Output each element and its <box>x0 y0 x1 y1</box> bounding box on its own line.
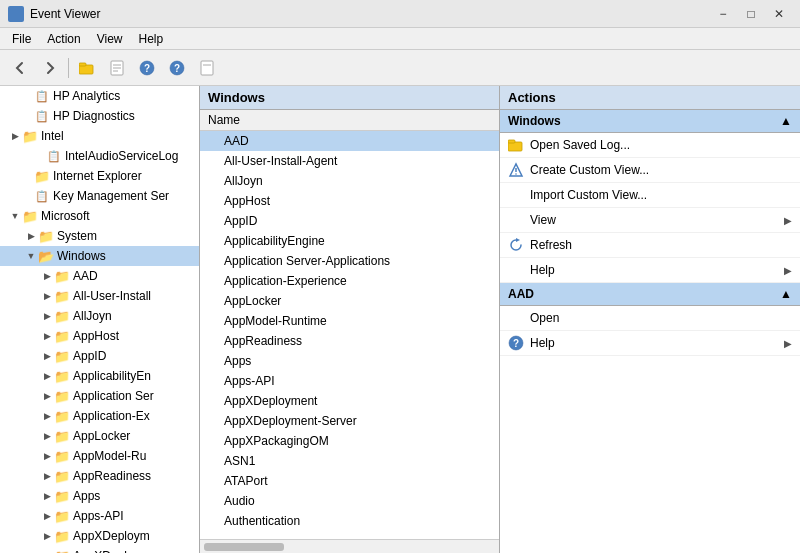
action-open-saved-log[interactable]: Open Saved Log... <box>500 133 800 158</box>
tree-item-appxdeploym[interactable]: ▶ 📁 AppXDeploym <box>0 526 199 546</box>
properties-button-2[interactable] <box>193 54 221 82</box>
tree-label: ApplicabilityEn <box>73 369 151 383</box>
action-import-custom-view[interactable]: Import Custom View... <box>500 183 800 208</box>
action-open-aad[interactable]: Open <box>500 306 800 331</box>
tree-label: HP Analytics <box>53 89 120 103</box>
tree-item-aad[interactable]: ▶ 📁 AAD <box>0 266 199 286</box>
svg-rect-1 <box>79 63 86 66</box>
menu-help[interactable]: Help <box>131 30 172 48</box>
folder-open-button[interactable] <box>73 54 101 82</box>
tree-item-applocker[interactable]: ▶ 📁 AppLocker <box>0 426 199 446</box>
actions-section-aad[interactable]: AAD ▲ <box>500 283 800 306</box>
help-button-2[interactable]: ? <box>163 54 191 82</box>
folder-icon: 📁 <box>54 448 70 464</box>
tree-item-appreadiness[interactable]: ▶ 📁 AppReadiness <box>0 466 199 486</box>
tree-item-internet-explorer[interactable]: 📁 Internet Explorer <box>0 166 199 186</box>
list-item-asn1[interactable]: ASN1 <box>200 451 499 471</box>
menu-view[interactable]: View <box>89 30 131 48</box>
folder-icon: 📁 <box>54 328 70 344</box>
left-tree-pane[interactable]: 📋 HP Analytics 📋 HP Diagnostics ▶ 📁 Inte… <box>0 86 200 553</box>
toggle-icon: ▶ <box>40 469 54 483</box>
list-item-all-user-install[interactable]: All-User-Install-Agent <box>200 151 499 171</box>
list-item-apps-api[interactable]: Apps-API <box>200 371 499 391</box>
close-button[interactable]: ✕ <box>766 4 792 24</box>
horizontal-scrollbar[interactable] <box>200 539 499 553</box>
folder-icon: 📁 <box>54 408 70 424</box>
tree-item-appid[interactable]: ▶ 📁 AppID <box>0 346 199 366</box>
list-item-appreadiness[interactable]: AppReadiness <box>200 331 499 351</box>
tree-item-apps[interactable]: ▶ 📁 Apps <box>0 486 199 506</box>
window-title: Event Viewer <box>30 7 100 21</box>
toggle-icon <box>20 89 34 103</box>
tree-item-hp-analytics[interactable]: 📋 HP Analytics <box>0 86 199 106</box>
folder-icon: 📁 <box>54 308 70 324</box>
list-item-appxpackagingom[interactable]: AppXPackagingOM <box>200 431 499 451</box>
tree-label: Key Management Ser <box>53 189 169 203</box>
tree-item-application-ser[interactable]: ▶ 📁 Application Ser <box>0 386 199 406</box>
tree-item-windows[interactable]: ▼ 📂 Windows <box>0 246 199 266</box>
action-help-aad[interactable]: ? Help ▶ <box>500 331 800 356</box>
actions-section-aad-arrow: ▲ <box>780 287 792 301</box>
list-item-appxdeployment[interactable]: AppXDeployment <box>200 391 499 411</box>
toggle-icon: ▶ <box>24 229 38 243</box>
list-item-appmodel-runtime[interactable]: AppModel-Runtime <box>200 311 499 331</box>
tree-item-apphost[interactable]: ▶ 📁 AppHost <box>0 326 199 346</box>
tree-item-all-user[interactable]: ▶ 📁 All-User-Install <box>0 286 199 306</box>
svg-text:?: ? <box>174 63 180 74</box>
back-button[interactable] <box>6 54 34 82</box>
tree-item-appmodel[interactable]: ▶ 📁 AppModel-Ru <box>0 446 199 466</box>
action-view[interactable]: View ▶ <box>500 208 800 233</box>
tree-item-alljoyn[interactable]: ▶ 📁 AllJoyn <box>0 306 199 326</box>
tree-item-apps-api[interactable]: ▶ 📁 Apps-API <box>0 506 199 526</box>
forward-button[interactable] <box>36 54 64 82</box>
list-item-audio[interactable]: Audio <box>200 491 499 511</box>
toggle-icon: ▶ <box>40 549 54 553</box>
list-item-appxdeployment-server[interactable]: AppXDeployment-Server <box>200 411 499 431</box>
list-item-apphost[interactable]: AppHost <box>200 191 499 211</box>
list-item-apps[interactable]: Apps <box>200 351 499 371</box>
menu-file[interactable]: File <box>4 30 39 48</box>
action-create-custom-view[interactable]: Create Custom View... <box>500 158 800 183</box>
help-windows-label: Help <box>530 263 778 277</box>
list-item-app-experience[interactable]: Application-Experience <box>200 271 499 291</box>
tree-item-intel-audio[interactable]: 📋 IntelAudioServiceLog <box>0 146 199 166</box>
open-aad-label: Open <box>530 311 792 325</box>
minimize-button[interactable]: − <box>710 4 736 24</box>
tree-label: All-User-Install <box>73 289 151 303</box>
help-button-1[interactable]: ? <box>133 54 161 82</box>
list-item-aad[interactable]: AAD <box>200 131 499 151</box>
toggle-icon: ▶ <box>40 429 54 443</box>
properties-button[interactable] <box>103 54 131 82</box>
toggle-icon: ▶ <box>40 409 54 423</box>
tree-label: IntelAudioServiceLog <box>65 149 178 163</box>
folder-icon: 📁 <box>54 348 70 364</box>
list-item-ataport[interactable]: ATAPort <box>200 471 499 491</box>
tree-item-intel[interactable]: ▶ 📁 Intel <box>0 126 199 146</box>
toggle-icon: ▼ <box>8 209 22 223</box>
tree-item-microsoft[interactable]: ▼ 📁 Microsoft <box>0 206 199 226</box>
folder-icon: 📁 <box>34 168 50 184</box>
tree-item-system[interactable]: ▶ 📁 System <box>0 226 199 246</box>
toggle-icon: ▶ <box>40 529 54 543</box>
list-item-appid[interactable]: AppID <box>200 211 499 231</box>
maximize-button[interactable]: □ <box>738 4 764 24</box>
tree-item-applicabilityengine[interactable]: ▶ 📁 ApplicabilityEn <box>0 366 199 386</box>
list-item-alljoyn[interactable]: AllJoyn <box>200 171 499 191</box>
list-item-app-server-apps[interactable]: Application Server-Applications <box>200 251 499 271</box>
list-item-applicabilityengine[interactable]: ApplicabilityEngine <box>200 231 499 251</box>
action-refresh[interactable]: Refresh <box>500 233 800 258</box>
tree-label: Microsoft <box>41 209 90 223</box>
tree-label: Windows <box>57 249 106 263</box>
list-item-authentication[interactable]: Authentication <box>200 511 499 531</box>
action-help-windows[interactable]: Help ▶ <box>500 258 800 283</box>
actions-section-windows[interactable]: Windows ▲ <box>500 110 800 133</box>
tree-item-appxdeploy2[interactable]: ▶ 📁 AppXDeploy... <box>0 546 199 553</box>
tree-item-hp-diagnostics[interactable]: 📋 HP Diagnostics <box>0 106 199 126</box>
menu-action[interactable]: Action <box>39 30 88 48</box>
h-scroll-thumb[interactable] <box>204 543 284 551</box>
tree-item-key-mgmt[interactable]: 📋 Key Management Ser <box>0 186 199 206</box>
list-item-applocker[interactable]: AppLocker <box>200 291 499 311</box>
tree-item-application-ex[interactable]: ▶ 📁 Application-Ex <box>0 406 199 426</box>
toggle-icon: ▶ <box>40 349 54 363</box>
middle-list-pane: Windows Name AAD All-User-Install-Agent … <box>200 86 500 553</box>
